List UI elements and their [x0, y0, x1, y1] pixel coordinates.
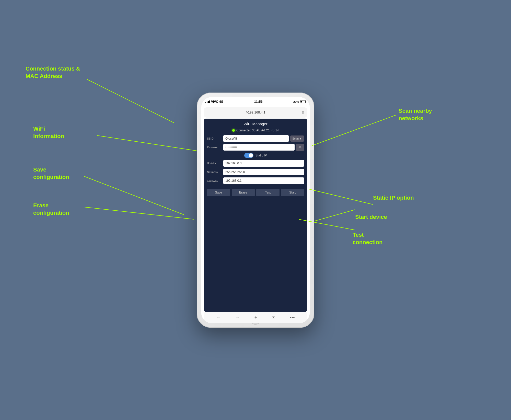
test-connection-annotation: Test connection	[353, 231, 382, 246]
carrier-label: VIVO 4G	[211, 100, 223, 104]
static-ip-label: Static IP	[256, 154, 267, 157]
wifi-information-annotation: WiFi Information	[33, 125, 64, 140]
ip-addr-label: IP Addr	[207, 162, 222, 165]
url-bar[interactable]: ⊙ 192.168.4.1 ⬆	[204, 107, 307, 118]
erase-config-annotation: Erase configuration	[33, 202, 69, 217]
phone-shell: VIVO 4G 11:56 29% ⊙ 192.168.4.1 ⬆	[197, 93, 314, 328]
status-bar: VIVO 4G 11:56 29%	[201, 97, 310, 106]
svg-line-5	[309, 189, 373, 205]
svg-line-4	[312, 115, 396, 146]
svg-line-0	[87, 79, 174, 123]
svg-line-1	[97, 135, 197, 151]
gateway-input[interactable]	[223, 177, 304, 184]
ssid-label: SSID	[207, 137, 222, 140]
ssid-input[interactable]	[223, 135, 289, 142]
gateway-row: Gateway	[207, 177, 304, 184]
netmask-row: Netmask	[207, 169, 304, 175]
toggle-knob	[249, 153, 253, 157]
ssid-row: SSID Scan ▼	[207, 135, 304, 142]
eye-button[interactable]: 👁	[296, 144, 304, 151]
static-ip-toggle[interactable]	[244, 153, 253, 158]
static-ip-row: Static IP	[207, 153, 304, 158]
url-lock-icon: ⊙	[246, 111, 248, 114]
nav-tabs-button[interactable]: ⊡	[272, 315, 275, 320]
password-input[interactable]	[223, 144, 295, 151]
battery-icon	[300, 100, 306, 103]
password-label: Password	[207, 146, 222, 149]
connection-status-annotation: Connection status & MAC Address	[26, 65, 80, 80]
battery-label: 29%	[293, 100, 299, 103]
wifi-manager-title: WiFi Manager	[207, 122, 304, 126]
url-text: 192.168.4.1	[248, 110, 265, 114]
url-share-button[interactable]: ⬆	[301, 110, 305, 115]
netmask-input[interactable]	[223, 169, 304, 175]
connection-dot	[232, 129, 235, 132]
action-buttons-row: Save Erase Test Start	[207, 189, 304, 196]
erase-button[interactable]: Erase	[232, 189, 255, 196]
svg-line-2	[84, 176, 184, 215]
connection-status-row: Connected 30:AE:A4:C1:FB:14	[207, 129, 304, 132]
svg-line-6	[314, 210, 355, 221]
svg-line-3	[84, 207, 194, 219]
ip-addr-row: IP Addr	[207, 160, 304, 167]
scan-nearby-annotation: Scan nearby networks	[399, 107, 432, 122]
nav-back-button[interactable]: ←	[216, 315, 221, 320]
start-device-annotation: Start device	[355, 213, 387, 221]
time-label: 11:56	[254, 100, 262, 104]
test-button[interactable]: Test	[256, 189, 280, 196]
start-button[interactable]: Start	[281, 189, 304, 196]
nav-add-button[interactable]: +	[254, 315, 257, 320]
save-config-annotation: Save configuration	[33, 166, 69, 181]
nav-forward-button[interactable]: →	[235, 315, 240, 320]
password-row: Password 👁	[207, 144, 304, 151]
app-content: WiFi Manager Connected 30:AE:A4:C1:FB:14…	[204, 119, 307, 312]
browser-nav-bar: ← → + ⊡ •••	[204, 312, 307, 323]
phone-screen: VIVO 4G 11:56 29% ⊙ 192.168.4.1 ⬆	[201, 97, 310, 323]
scan-button[interactable]: Scan ▼	[290, 135, 304, 142]
phone-inner: VIVO 4G 11:56 29% ⊙ 192.168.4.1 ⬆	[201, 97, 310, 323]
nav-more-button[interactable]: •••	[290, 315, 295, 320]
connection-status-text: Connected 30:AE:A4:C1:FB:14	[236, 129, 279, 132]
netmask-label: Netmask	[207, 171, 222, 174]
ip-addr-input[interactable]	[223, 160, 304, 167]
save-button[interactable]: Save	[207, 189, 230, 196]
static-ip-annotation: Static IP option	[373, 194, 414, 202]
gateway-label: Gateway	[207, 179, 222, 182]
